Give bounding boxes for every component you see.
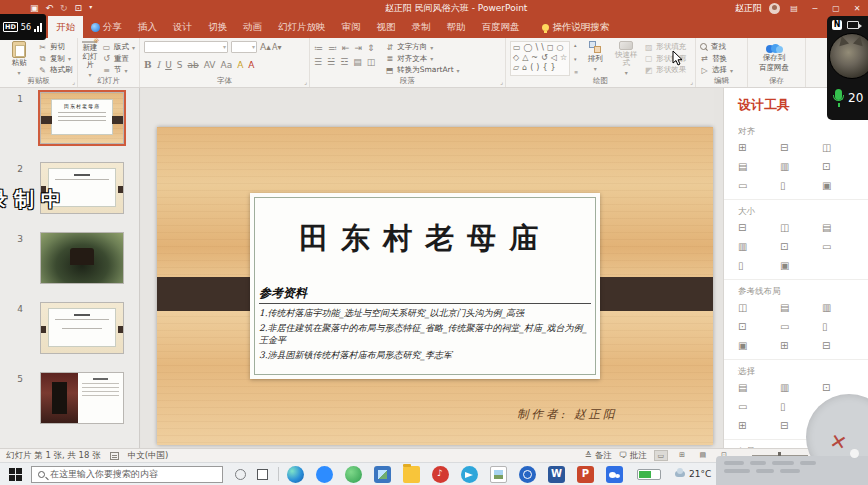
大小-tool-icon[interactable]: ▭: [822, 242, 864, 252]
shape-icon[interactable]: ○: [557, 43, 564, 53]
font-color-icon[interactable]: A: [248, 60, 254, 70]
对齐-tool-icon[interactable]: ▤: [738, 162, 780, 172]
参考线布局-tool-icon[interactable]: ▥: [822, 303, 864, 313]
taskbar-search[interactable]: 在这里输入你要搜索的内容: [31, 466, 223, 483]
start-button[interactable]: [9, 468, 22, 481]
layout-button[interactable]: ▭版式▾: [102, 42, 135, 52]
arrange-button[interactable]: 排列 ▾: [582, 41, 608, 76]
char-spacing-icon[interactable]: AV: [204, 60, 216, 70]
highlight-icon[interactable]: A: [237, 60, 243, 70]
maximize-icon[interactable]: ▢: [829, 4, 843, 13]
shadow-icon[interactable]: S: [177, 60, 183, 70]
大小-tool-icon[interactable]: ▤: [822, 223, 864, 233]
cut-button[interactable]: ✂剪切: [38, 42, 73, 52]
convert-smartart-button[interactable]: ⬒转换为SmartArt▾: [385, 65, 459, 75]
tell-me-search[interactable]: 操作说明搜索: [542, 16, 610, 38]
对齐-tool-icon[interactable]: ▣: [822, 181, 864, 191]
shape-icon[interactable]: ▱: [513, 63, 519, 73]
taskbar-app-telegram[interactable]: [461, 466, 478, 483]
account-avatar[interactable]: [769, 3, 780, 14]
shape-icon[interactable]: ↺: [541, 53, 548, 63]
toolbar-handle[interactable]: [850, 449, 859, 458]
justify-icon[interactable]: ▤: [353, 57, 362, 67]
taskbar-app-meeting[interactable]: [316, 466, 333, 483]
microphone-level[interactable]: 20: [830, 88, 863, 108]
webcam-video-bubble[interactable]: [829, 33, 868, 79]
shape-icon[interactable]: {: [542, 63, 547, 73]
font-size-combobox[interactable]: [231, 41, 257, 53]
对齐-tool-icon[interactable]: ▯: [780, 181, 822, 191]
ribbon-tab-插入[interactable]: 插入: [130, 16, 165, 38]
redo-icon[interactable]: ↻: [60, 3, 68, 13]
taskbar-app-explorer[interactable]: [403, 466, 420, 483]
shape-icon[interactable]: ▭: [513, 43, 521, 53]
copy-button[interactable]: ⧉复制▾: [38, 54, 73, 64]
shape-icon[interactable]: \: [541, 43, 544, 53]
shape-icon[interactable]: ◁: [551, 53, 557, 63]
对齐-tool-icon[interactable]: ▥: [780, 162, 822, 172]
选择-tool-icon[interactable]: ▤: [738, 383, 780, 393]
text-direction-button[interactable]: ⇵文字方向▾: [385, 42, 459, 52]
notes-indicator-icon[interactable]: [110, 452, 119, 460]
format-painter-button[interactable]: ✎格式刷: [38, 65, 73, 75]
选择-tool-icon[interactable]: ⊞: [738, 421, 780, 431]
大小-tool-icon[interactable]: ▥: [738, 242, 780, 252]
qat-more-icon[interactable]: ▾: [89, 3, 92, 13]
numbering-icon[interactable]: ≕: [328, 43, 337, 53]
align-center-icon[interactable]: ☱: [327, 57, 335, 67]
comments-toggle[interactable]: 🗨 批注: [619, 450, 647, 462]
选择-tool-icon[interactable]: ⊡: [822, 383, 864, 393]
paragraph-dialog-launcher[interactable]: ⌟: [500, 78, 503, 85]
increase-indent-icon[interactable]: ⇥: [355, 43, 363, 53]
notes-toggle[interactable]: ≙ 备注: [585, 450, 612, 462]
shapes-gallery-scroll[interactable]: ▴▾≡: [574, 41, 578, 76]
ribbon-tab-设计[interactable]: 设计: [165, 16, 200, 38]
shape-icon[interactable]: \: [536, 43, 539, 53]
reset-button[interactable]: ↺重置: [102, 54, 135, 64]
对齐-tool-icon[interactable]: ◫: [822, 143, 864, 153]
大小-tool-icon[interactable]: ⊡: [780, 242, 822, 252]
change-case-icon[interactable]: Aa: [220, 60, 232, 70]
quick-styles-button[interactable]: 快速样式 ▾: [612, 41, 640, 76]
references-block[interactable]: 参考资料 1.传统村落庙宇功能_选址与空间关系研究_以北京门头沟为例_高强2.非…: [259, 285, 591, 361]
参考线布局-tool-icon[interactable]: ◫: [738, 303, 780, 313]
italic-icon[interactable]: I: [157, 60, 161, 70]
bullets-icon[interactable]: ≔: [314, 43, 323, 53]
参考线布局-tool-icon[interactable]: ⊞: [780, 341, 822, 351]
shape-icon[interactable]: ): [536, 63, 539, 73]
current-slide[interactable]: 田东村老母庙 参考资料 1.传统村落庙宇功能_选址与空间关系研究_以北京门头沟为…: [157, 127, 713, 445]
replace-button[interactable]: ⇄替换: [700, 54, 733, 64]
select-button[interactable]: ▷选择▾: [700, 65, 733, 75]
ribbon-tab-分享[interactable]: 分享: [83, 16, 130, 38]
slide-author[interactable]: 制作者: 赵正阳: [517, 407, 618, 422]
align-text-button[interactable]: ≣对齐文本▾: [385, 54, 459, 64]
slide-thumbnail-4[interactable]: [40, 302, 124, 354]
new-slide-button[interactable]: 新建 幻灯片 ▾: [82, 41, 98, 76]
ribbon-tab-录制[interactable]: 录制: [404, 16, 439, 38]
大小-tool-icon[interactable]: ▯: [738, 261, 780, 271]
font-dialog-launcher[interactable]: ⌟: [304, 78, 307, 85]
slide-sorter-view-button[interactable]: ⊞: [675, 450, 689, 461]
line-spacing-icon[interactable]: ⇕: [367, 43, 375, 53]
account-name[interactable]: 赵正阳: [735, 2, 762, 15]
slide-thumbnail-3[interactable]: [40, 232, 124, 284]
taskbar-app-gallery[interactable]: [490, 466, 507, 483]
align-right-icon[interactable]: ☲: [340, 57, 348, 67]
strikethrough-icon[interactable]: ab: [187, 60, 198, 70]
nvidia-overlay-icon[interactable]: N: [832, 20, 842, 30]
ribbon-tab-幻灯片放映[interactable]: 幻灯片放映: [270, 16, 334, 38]
clipboard-dialog-launcher[interactable]: ⌟: [72, 78, 75, 85]
对齐-tool-icon[interactable]: ⊡: [822, 162, 864, 172]
shape-icon[interactable]: ◯: [524, 43, 533, 53]
shape-icon[interactable]: ☆: [560, 53, 567, 63]
cortana-button[interactable]: [235, 469, 246, 480]
ribbon-display-options-icon[interactable]: ▤: [787, 4, 801, 13]
normal-view-button[interactable]: ▭: [654, 450, 668, 461]
undo-icon[interactable]: ↶: [46, 3, 54, 13]
drawing-dialog-launcher[interactable]: ⌟: [690, 78, 693, 85]
slide-thumbnail-5[interactable]: [40, 372, 124, 424]
screen-share-toolbar[interactable]: [716, 456, 868, 485]
ribbon-tab-帮助[interactable]: 帮助: [439, 16, 474, 38]
bold-icon[interactable]: B: [144, 60, 152, 70]
shape-icon[interactable]: ◇: [513, 53, 519, 63]
